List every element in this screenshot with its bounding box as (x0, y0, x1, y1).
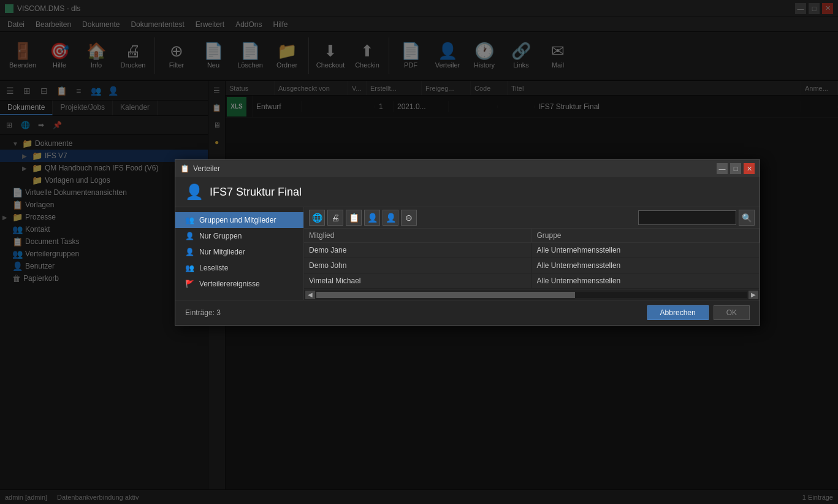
modal-table-body: Demo Jane Alle Unternehmensstellen Demo … (304, 243, 760, 289)
cell-mitglied-0: Demo Jane (304, 243, 532, 258)
modal-right-content: 🌐 🖨 📋 👤 👤 ⊖ 🔍 Mitglied Gruppe Demo Ja (304, 207, 760, 300)
cell-gruppe-2: Alle Unternehmensstellen (532, 273, 760, 288)
modal-close[interactable]: ✕ (744, 163, 755, 174)
modal-table-header: Mitglied Gruppe (304, 229, 760, 243)
menu-nur-gruppen[interactable]: 👤 Nur Gruppen (175, 228, 303, 244)
nur-gruppen-icon: 👤 (185, 232, 194, 240)
table-row[interactable]: Demo John Alle Unternehmensstellen (304, 258, 760, 273)
cell-gruppe-0: Alle Unternehmensstellen (532, 243, 760, 258)
table-row[interactable]: Vimetal Michael Alle Unternehmensstellen (304, 273, 760, 289)
menu-verteilerereignisse[interactable]: 🚩 Verteilerereignisse (175, 276, 303, 292)
modal-title-icon: 📋 (180, 164, 189, 173)
modal-title-area: 📋 Verteiler (180, 164, 220, 173)
modal-footer: Einträge: 3 Abbrechen OK (175, 300, 760, 325)
leseliste-icon: 👥 (185, 264, 194, 272)
modal-search-button[interactable]: 🔍 (739, 210, 755, 226)
scroll-thumb (316, 292, 575, 298)
ok-button[interactable]: OK (714, 305, 750, 320)
cell-gruppe-1: Alle Unternehmensstellen (532, 258, 760, 273)
menu-nur-mitglieder[interactable]: 👤 Nur Mitglieder (175, 244, 303, 260)
cell-mitglied-1: Demo John (304, 258, 532, 273)
modal-tool-export[interactable]: 📋 (346, 210, 362, 226)
horizontal-scrollbar[interactable]: ◀ ▶ (304, 289, 760, 300)
modal-title-text: Verteiler (193, 164, 220, 173)
modal-maximize[interactable]: □ (730, 163, 741, 174)
modal-tool-globe[interactable]: 🌐 (309, 210, 325, 226)
scroll-track (316, 292, 747, 298)
modal-tool-remove-user[interactable]: 👤 (383, 210, 398, 226)
gruppen-icon: 👥 (185, 216, 194, 224)
modal-content: 👥 Gruppen und Mitglieder 👤 Nur Gruppen 👤… (175, 207, 760, 300)
modal-doc-title: IFS7 Struktur Final (210, 186, 302, 199)
scroll-right-btn[interactable]: ▶ (748, 291, 758, 299)
ereignisse-icon: 🚩 (185, 280, 194, 288)
modal-controls: — □ ✕ (717, 163, 755, 174)
menu-leseliste[interactable]: 👥 Leseliste (175, 260, 303, 276)
modal-right-toolbar: 🌐 🖨 📋 👤 👤 ⊖ 🔍 (304, 207, 760, 229)
col-mitglied: Mitglied (304, 229, 532, 242)
modal-tool-add-user[interactable]: 👤 (364, 210, 380, 226)
nur-mitglieder-icon: 👤 (185, 248, 194, 256)
cell-mitglied-2: Vimetal Michael (304, 273, 532, 288)
modal-left-menu: 👥 Gruppen und Mitglieder 👤 Nur Gruppen 👤… (175, 207, 304, 300)
modal-person-icon: 👤 (185, 183, 204, 200)
scroll-left-btn[interactable]: ◀ (305, 291, 315, 299)
col-gruppe: Gruppe (532, 229, 760, 242)
menu-gruppen-mitglieder[interactable]: 👥 Gruppen und Mitglieder (175, 212, 303, 228)
modal-minimize[interactable]: — (717, 163, 728, 174)
modal-tool-minus[interactable]: ⊖ (401, 210, 417, 226)
modal-search-input[interactable] (638, 210, 736, 225)
modal-tool-print[interactable]: 🖨 (327, 210, 343, 226)
modal-buttons: Abbrechen OK (647, 305, 750, 320)
cancel-button[interactable]: Abbrechen (647, 305, 709, 320)
modal-titlebar: 📋 Verteiler — □ ✕ (175, 160, 760, 177)
table-row[interactable]: Demo Jane Alle Unternehmensstellen (304, 243, 760, 258)
verteiler-modal: 📋 Verteiler — □ ✕ 👤 IFS7 Struktur Final … (175, 159, 760, 326)
modal-table-container: Mitglied Gruppe Demo Jane Alle Unternehm… (304, 229, 760, 289)
entries-count: Einträge: 3 (185, 308, 221, 317)
modal-header: 👤 IFS7 Struktur Final (175, 177, 760, 207)
